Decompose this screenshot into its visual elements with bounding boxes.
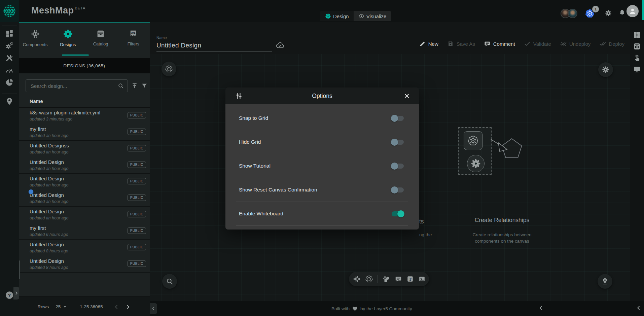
widgets-grid-icon[interactable] <box>633 31 641 39</box>
design-name: Untitled Designss <box>30 143 69 148</box>
design-list-item[interactable]: Untitled Designss updated an hour ago PU… <box>19 141 150 157</box>
tab-components[interactable]: Components <box>19 26 51 55</box>
design-list-item[interactable]: Untitled Design updated 8 hours ago PUBL… <box>19 240 150 256</box>
tools-icon[interactable] <box>5 54 14 62</box>
option-toggle[interactable] <box>392 187 404 192</box>
zoom-button[interactable] <box>162 274 177 289</box>
tab-designs[interactable]: Designs <box>51 26 84 55</box>
toolbar-action-label: Save As <box>457 41 475 47</box>
filter-funnel-icon[interactable] <box>141 82 148 89</box>
collaborator-presence-dot <box>28 189 34 195</box>
next-page-icon[interactable] <box>124 304 131 310</box>
dashboard-grid-icon[interactable] <box>5 29 14 38</box>
toolbar-action-button[interactable]: Undeploy <box>560 40 591 47</box>
footer-chevron-left-icon[interactable] <box>538 305 544 311</box>
tab-filters[interactable]: WA Filters <box>117 26 150 55</box>
canvas-settings-button[interactable] <box>598 62 613 77</box>
gears-icon[interactable] <box>5 41 14 50</box>
sidebar-scrollbar[interactable] <box>19 260 20 279</box>
design-name: Untitled Design <box>30 209 64 214</box>
mesh-pie-icon[interactable] <box>5 78 14 87</box>
option-label: Show Tutorial <box>239 163 271 169</box>
design-list-item[interactable]: k8s-wasm-plugin-ratelimiter.yml updated … <box>19 108 150 124</box>
option-toggle[interactable] <box>392 140 404 145</box>
name-column-header: Name <box>30 99 43 104</box>
visibility-badge: PUBLIC <box>128 129 146 135</box>
help-icon[interactable]: ? <box>5 291 14 300</box>
design-list-item[interactable]: Untitled Design updated an hour ago PUBL… <box>19 207 150 223</box>
chevron-left-icon <box>151 306 156 311</box>
mode-switcher: Design Visualize <box>320 11 391 21</box>
pin-drop-button[interactable] <box>598 274 612 289</box>
design-updated: updated an hour ago <box>30 183 68 187</box>
option-label: Snap to Grid <box>239 115 268 121</box>
pagination-range: 1-25 36065 <box>80 304 103 309</box>
image-tool-icon[interactable] <box>418 275 426 283</box>
gear-icon <box>602 66 610 74</box>
option-toggle[interactable] <box>392 164 404 169</box>
collaborator-avatar-2[interactable] <box>568 9 577 18</box>
rows-per-page-select[interactable]: 25 <box>56 304 68 310</box>
gauge-icon[interactable] <box>5 66 14 75</box>
visibility-badge: PUBLIC <box>128 112 146 118</box>
upload-design-icon[interactable] <box>131 82 138 89</box>
chart-panel-icon[interactable] <box>633 42 641 50</box>
toggle-knob <box>391 115 398 122</box>
footer-collapse-tab[interactable] <box>150 303 157 314</box>
option-label: Show Reset Canvas Confirmation <box>239 187 317 193</box>
design-name: Untitled Design <box>30 192 64 198</box>
options-modal-title: Options <box>225 93 419 100</box>
design-list-item[interactable]: my first updated an hour ago PUBLIC <box>19 124 150 141</box>
touch-interaction-icon[interactable] <box>633 54 641 62</box>
monitor-icon[interactable] <box>633 65 641 73</box>
kubernetes-wheel-icon <box>467 135 479 146</box>
brand-name: MeshMap <box>31 5 74 16</box>
search-input[interactable] <box>30 83 117 89</box>
toolbar-action-button[interactable]: Validate <box>524 40 551 47</box>
demo-kubernetes-node[interactable] <box>464 131 482 150</box>
design-name: my first <box>30 225 46 231</box>
beta-tag: BETA <box>75 6 86 10</box>
rail-chevron-left-icon[interactable] <box>635 305 642 311</box>
tab-catalog[interactable]: Catalog <box>84 26 117 55</box>
design-list-item[interactable]: my first updated 6 hours ago PUBLIC <box>19 223 150 240</box>
text-tool-icon[interactable]: T <box>406 275 414 283</box>
toolbar-action-button[interactable]: Save As <box>447 40 475 47</box>
search-icon[interactable] <box>117 82 124 89</box>
tab-design[interactable]: Design <box>320 11 354 21</box>
toolbar-action-label: Deploy <box>609 41 624 47</box>
design-name-input[interactable]: Untitled Design <box>156 42 201 49</box>
toolbar-action-button[interactable]: Deploy <box>599 40 624 47</box>
close-icon[interactable] <box>403 93 410 99</box>
canvas-dock-toolbar: T <box>349 272 429 286</box>
design-list: k8s-wasm-plugin-ratelimiter.yml updated … <box>19 108 150 273</box>
design-list-item[interactable]: Untitled Design updated an hour ago PUBL… <box>19 174 150 190</box>
canvas-kubernetes-button[interactable] <box>162 62 176 76</box>
settings-gear-icon[interactable] <box>605 9 612 17</box>
visibility-badge: PUBLIC <box>128 195 146 201</box>
designs-swirl-icon <box>63 29 73 39</box>
location-pin-icon[interactable] <box>5 97 14 106</box>
toolbar-action-button[interactable]: Comment <box>484 40 515 47</box>
tab-visualize[interactable]: Visualize <box>354 11 391 21</box>
list-header-row: Name <box>19 96 150 108</box>
comment-bubble-icon[interactable] <box>395 275 402 283</box>
prev-page-icon[interactable] <box>113 304 120 310</box>
shapes-icon[interactable] <box>382 275 390 283</box>
layer5-logo[interactable] <box>0 0 19 22</box>
design-list-item[interactable]: Untitled Design updated an hour ago PUBL… <box>19 190 150 207</box>
component-chip-icon[interactable] <box>353 275 361 283</box>
demo-component-node[interactable] <box>467 155 485 172</box>
notifications-bell-icon[interactable] <box>618 9 626 16</box>
toolbar-action-button[interactable]: New <box>419 40 438 47</box>
account-avatar[interactable] <box>627 5 639 17</box>
meshmap-app: MeshMap BETA Design Visualize 1 <box>0 0 644 316</box>
design-list-item[interactable]: Untitled Design updated 8 hours ago PUBL… <box>19 256 150 273</box>
design-name: Untitled Design <box>30 159 64 165</box>
toolbar-action-icon <box>524 40 531 47</box>
design-name-label: Name <box>156 36 167 40</box>
option-toggle[interactable] <box>392 116 404 121</box>
kubernetes-wheel-icon[interactable] <box>365 275 373 283</box>
option-toggle[interactable] <box>392 211 404 216</box>
design-list-item[interactable]: Untitled Design updated an hour ago PUBL… <box>19 157 150 174</box>
